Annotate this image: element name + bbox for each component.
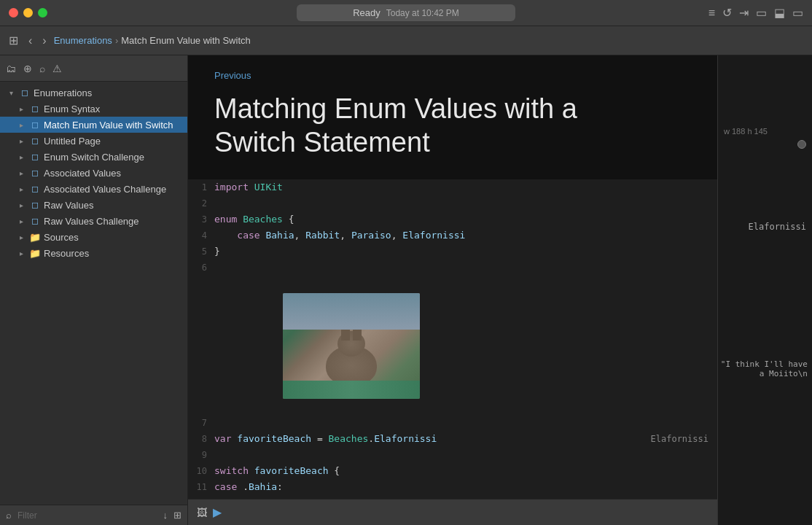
code-line-10: 10 switch favoriteBeach {	[188, 463, 717, 479]
code-line-5: 5 }	[188, 244, 717, 260]
sidebar-item-raw-values[interactable]: ▸ ◻ Raw Values	[0, 197, 187, 213]
line-annotation: Elafornissi	[651, 431, 717, 447]
line-content[interactable]: }	[214, 244, 717, 260]
sidebar-bottom-bar: ⌕ ↓ ⊞	[0, 505, 187, 525]
sidebar-item-label: Raw Values Challenge	[44, 216, 139, 227]
sidebar-item-enum-syntax[interactable]: ▸ ◻ Enum Syntax	[0, 101, 187, 117]
line-number: 2	[188, 195, 214, 211]
filter-input[interactable]	[17, 510, 157, 521]
sidebar: 🗂 ⊕ ⌕ ⚠ ▾ ◻ Enumerations ▸ ◻ Enum Syntax…	[0, 55, 188, 525]
sidebar-bottom-icon[interactable]: ⬓	[774, 6, 785, 20]
sidebar-item-label: Associated Values Challenge	[44, 184, 166, 195]
content-bottom-bar: 🖼 ▶	[188, 499, 717, 525]
sidebar-alert-icon[interactable]: ⚠	[52, 63, 62, 74]
sidebar-item-untitled-page[interactable]: ▸ ◻ Untitled Page	[0, 133, 187, 149]
line-content[interactable]	[214, 260, 717, 415]
line-number: 3	[188, 211, 214, 228]
sidebar-add-icon[interactable]: ⊕	[23, 63, 32, 74]
chevron-down-icon: ▾	[6, 88, 16, 98]
sidebar-item-resources[interactable]: ▸ 📁 Resources	[0, 245, 187, 261]
line-content[interactable]	[214, 447, 717, 463]
sidebar-item-label: Enumerations	[34, 88, 92, 98]
close-button[interactable]	[9, 8, 18, 18]
back-button[interactable]: ‹	[26, 33, 35, 49]
filter-icon: ⌕	[6, 510, 12, 521]
code-line-8: 8 var favoriteBeach = Beaches.Elaforniss…	[188, 431, 717, 447]
line-content[interactable]: var favoriteBeach = Beaches.Elafornissi	[214, 431, 651, 447]
minimize-button[interactable]	[23, 8, 33, 18]
line-content[interactable]: switch favoriteBeach {	[214, 463, 717, 479]
chevron-right-icon: ▸	[16, 168, 26, 178]
sidebar-item-sources[interactable]: ▸ 📁 Sources	[0, 229, 187, 245]
titlebar-controls: ≡ ↺ ⇥ ▭ ⬓ ▭	[708, 6, 803, 20]
sidebar-item-enum-switch-challenge[interactable]: ▸ ◻ Enum Switch Challenge	[0, 149, 187, 165]
grid-small-icon[interactable]: ⊞	[173, 510, 181, 521]
refresh-icon[interactable]: ↺	[722, 6, 732, 20]
titlebar-status-area: Ready Today at 10:42 PM	[297, 4, 515, 21]
line-number: 4	[188, 228, 214, 244]
chevron-right-icon: ▸	[16, 248, 26, 258]
titlebar: Ready Today at 10:42 PM ≡ ↺ ⇥ ▭ ⬓ ▭	[0, 0, 812, 26]
line-content[interactable]	[214, 415, 717, 431]
sidebar-item-label: Enum Switch Challenge	[44, 152, 144, 163]
main-area: 🗂 ⊕ ⌕ ⚠ ▾ ◻ Enumerations ▸ ◻ Enum Syntax…	[0, 55, 812, 525]
sidebar-right-icon[interactable]: ▭	[792, 6, 803, 20]
line-number: 1	[188, 179, 214, 195]
traffic-lights	[9, 8, 47, 18]
play-button[interactable]: ▶	[213, 505, 222, 519]
circle-indicator	[797, 140, 806, 149]
rabbit-image	[283, 293, 420, 399]
mojito-annotation: "I think I'll have a Moiito\n	[718, 359, 812, 378]
time-text: Today at 10:42 PM	[386, 8, 459, 18]
line-content[interactable]: import UIKit	[214, 179, 717, 195]
page-icon: ◻	[19, 87, 31, 98]
download-icon[interactable]: ↓	[163, 510, 168, 521]
lines-icon[interactable]: ≡	[708, 7, 715, 20]
sidebar-item-enumerations[interactable]: ▾ ◻ Enumerations	[0, 85, 187, 101]
breadcrumb-parent[interactable]: Enumerations	[54, 35, 112, 46]
code-line-3: 3 enum Beaches {	[188, 211, 717, 228]
code-line-9: 9	[188, 447, 717, 463]
page-icon: ◻	[29, 135, 41, 147]
photo-icon[interactable]: 🖼	[197, 507, 207, 518]
sidebar-search-icon[interactable]: ⌕	[39, 63, 45, 74]
folder-icon: 📁	[29, 231, 41, 243]
content-page: Previous Matching Enum Values with a Swi…	[188, 55, 717, 499]
chevron-right-icon: ▸	[16, 152, 26, 162]
sidebar-item-associated-values[interactable]: ▸ ◻ Associated Values	[0, 165, 187, 181]
annotations-gutter: w 188 h 145 Elafornissi "I think I'll ha…	[717, 55, 812, 525]
sidebar-item-label: Match Enum Value with Switch	[44, 120, 173, 131]
chevron-right-icon: ▸	[16, 120, 26, 130]
page-icon: ◻	[29, 183, 41, 195]
sidebar-folder-icon[interactable]: 🗂	[6, 63, 16, 74]
line-content[interactable]: case .Bahia:	[214, 479, 717, 495]
chevron-right-icon: ▸	[16, 216, 26, 226]
sidebar-item-label: Associated Values	[44, 168, 121, 179]
chevron-right-icon: ▸	[16, 136, 26, 146]
code-editor[interactable]: 1 import UIKit 2 3 enum Beaches { 4 case	[188, 179, 717, 499]
maximize-button[interactable]	[38, 8, 47, 18]
sidebar-item-match-enum[interactable]: ▸ ◻ Match Enum Value with Switch	[0, 117, 187, 133]
sidebar-item-label: Enum Syntax	[44, 104, 100, 114]
code-line-2: 2	[188, 195, 717, 211]
toolbar: ⊞ ‹ › Enumerations › Match Enum Value wi…	[0, 26, 812, 55]
sidebar-left-icon[interactable]: ▭	[756, 6, 767, 20]
breadcrumb-separator: ›	[115, 35, 118, 46]
status-text: Ready	[353, 7, 380, 18]
line-number: 8	[188, 431, 214, 447]
page-title-line1: Matching Enum Values with a	[214, 93, 577, 124]
previous-link[interactable]: Previous	[214, 70, 691, 81]
grid-view-button[interactable]: ⊞	[6, 32, 21, 49]
elafornissi-annotation: Elafornissi	[718, 222, 812, 232]
forward-nav-button[interactable]: ›	[39, 33, 49, 49]
code-line-1: 1 import UIKit	[188, 179, 717, 195]
line-content[interactable]: enum Beaches {	[214, 211, 717, 228]
forward-icon[interactable]: ⇥	[739, 6, 749, 20]
sidebar-item-associated-values-challenge[interactable]: ▸ ◻ Associated Values Challenge	[0, 181, 187, 197]
line-content[interactable]: case Bahia, Rabbit, Paraiso, Elafornissi	[214, 228, 717, 244]
dimensions-label: w 188 h 145	[718, 125, 812, 137]
line-content[interactable]	[214, 195, 717, 211]
code-line-7: 7	[188, 415, 717, 431]
chevron-right-icon: ▸	[16, 200, 26, 210]
sidebar-item-raw-values-challenge[interactable]: ▸ ◻ Raw Values Challenge	[0, 213, 187, 229]
